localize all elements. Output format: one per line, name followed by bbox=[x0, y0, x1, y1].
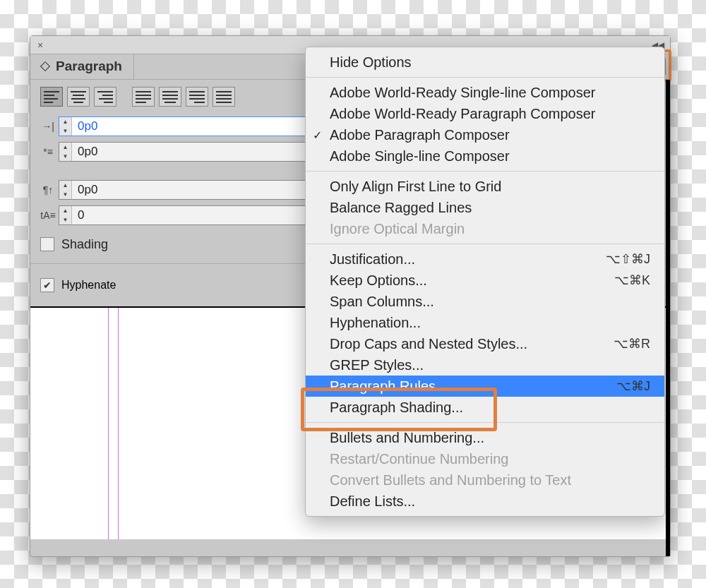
justify-all-button[interactable] bbox=[213, 87, 235, 107]
left-indent-stepper[interactable]: ▲▼ bbox=[59, 116, 344, 136]
menu-item[interactable]: Span Columns... bbox=[306, 291, 664, 312]
align-left-button[interactable] bbox=[40, 87, 63, 107]
justify-left-button[interactable] bbox=[132, 87, 155, 107]
menu-item-label: Span Columns... bbox=[330, 294, 434, 310]
menu-item: Ignore Optical Margin bbox=[306, 218, 664, 239]
menu-item-label: Define Lists... bbox=[330, 493, 415, 510]
space-before-stepper[interactable]: ▲▼ bbox=[59, 180, 344, 200]
menu-item-shortcut: ⌥⌘K bbox=[614, 272, 650, 288]
menu-item: Convert Bullets and Numbering to Text bbox=[306, 469, 664, 491]
menu-item-label: Paragraph Rules... bbox=[330, 378, 448, 395]
dropcap-lines-input[interactable] bbox=[72, 206, 343, 224]
dropcap-lines-stepper[interactable]: ▲▼ bbox=[59, 205, 344, 225]
menu-item-shortcut: ⌥⇧⌘J bbox=[606, 251, 650, 267]
menu-item[interactable]: Hide Options bbox=[306, 52, 664, 73]
tab-label: Paragraph bbox=[56, 59, 122, 74]
menu-item-label: Adobe Single-line Composer bbox=[330, 148, 510, 164]
hyphenate-checkbox[interactable]: ✔ bbox=[40, 278, 54, 292]
menu-item-label: Hide Options bbox=[330, 54, 412, 71]
hyphenate-label: Hyphenate bbox=[61, 279, 116, 292]
menu-item-label: Drop Caps and Nested Styles... bbox=[330, 336, 527, 352]
menu-item-label: Restart/Continue Numbering bbox=[330, 451, 508, 467]
menu-item[interactable]: Only Align First Line to Grid bbox=[306, 176, 664, 197]
menu-item-label: Adobe Paragraph Composer bbox=[330, 127, 510, 143]
justify-right-button[interactable] bbox=[186, 87, 208, 107]
menu-separator bbox=[306, 422, 664, 423]
menu-item-label: Paragraph Shading... bbox=[330, 400, 463, 416]
menu-item[interactable]: Adobe Single-line Composer bbox=[306, 145, 664, 167]
space-before-icon: ¶↑ bbox=[40, 182, 56, 198]
menu-separator bbox=[306, 77, 664, 78]
space-before-input[interactable] bbox=[72, 181, 343, 199]
menu-item-label: Ignore Optical Margin bbox=[330, 221, 465, 237]
menu-item-label: Keep Options... bbox=[330, 272, 427, 289]
menu-item-shortcut: ⌥⌘R bbox=[614, 336, 650, 352]
tab-paragraph[interactable]: Paragraph bbox=[30, 54, 134, 79]
menu-item-label: GREP Styles... bbox=[330, 357, 424, 373]
menu-item[interactable]: Keep Options...⌥⌘K bbox=[306, 270, 664, 291]
justify-center-button[interactable] bbox=[159, 87, 181, 107]
shading-checkbox[interactable] bbox=[40, 237, 54, 251]
menu-item[interactable]: Drop Caps and Nested Styles...⌥⌘R bbox=[306, 333, 664, 354]
menu-item-label: Bullets and Numbering... bbox=[330, 430, 484, 446]
check-icon: ✓ bbox=[313, 128, 322, 142]
dropcap-lines-icon: tA≡ bbox=[40, 208, 56, 223]
menu-item[interactable]: Paragraph Rules...⌥⌘J bbox=[306, 376, 664, 397]
menu-item-label: Adobe World-Ready Single-line Composer bbox=[330, 85, 595, 101]
left-indent-icon: →| bbox=[40, 119, 56, 134]
align-right-button[interactable] bbox=[94, 87, 116, 107]
menu-item-label: Hyphenation... bbox=[330, 315, 421, 331]
menu-item[interactable]: Bullets and Numbering... bbox=[306, 427, 664, 448]
window-right-edge bbox=[666, 80, 670, 556]
first-line-indent-stepper[interactable]: ▲▼ bbox=[59, 142, 344, 162]
menu-separator bbox=[306, 171, 664, 172]
menu-item-label: Convert Bullets and Numbering to Text bbox=[330, 472, 571, 488]
menu-item[interactable]: Hyphenation... bbox=[306, 312, 664, 333]
panel-badge-icon bbox=[40, 61, 50, 71]
menu-item[interactable]: Justification...⌥⇧⌘J bbox=[306, 248, 664, 270]
left-indent-input[interactable] bbox=[72, 117, 343, 136]
menu-item[interactable]: Balance Ragged Lines bbox=[306, 197, 664, 218]
menu-separator bbox=[306, 244, 664, 244]
menu-item[interactable]: Adobe World-Ready Paragraph Composer bbox=[306, 103, 664, 124]
menu-item[interactable]: Paragraph Shading... bbox=[306, 397, 664, 418]
menu-item-label: Justification... bbox=[330, 251, 415, 268]
menu-item-label: Balance Ragged Lines bbox=[330, 200, 472, 216]
menu-item: Restart/Continue Numbering bbox=[306, 448, 664, 469]
close-icon[interactable]: × bbox=[35, 40, 46, 51]
menu-item[interactable]: Define Lists... bbox=[306, 491, 664, 512]
guide-line bbox=[108, 308, 109, 539]
menu-item-label: Adobe World-Ready Paragraph Composer bbox=[330, 106, 596, 122]
menu-item-shortcut: ⌥⌘J bbox=[616, 378, 650, 394]
align-center-button[interactable] bbox=[67, 87, 90, 107]
guide-line bbox=[118, 308, 119, 539]
menu-item-label: Only Align First Line to Grid bbox=[330, 179, 501, 195]
menu-item[interactable]: Adobe World-Ready Single-line Composer bbox=[306, 82, 664, 103]
panel-flyout-menu: Hide OptionsAdobe World-Ready Single-lin… bbox=[305, 47, 665, 517]
first-line-indent-icon: *≡ bbox=[40, 144, 56, 160]
menu-item[interactable]: ✓Adobe Paragraph Composer bbox=[306, 124, 664, 145]
first-line-indent-input[interactable] bbox=[72, 143, 343, 161]
shading-label: Shading bbox=[61, 237, 108, 252]
menu-item[interactable]: GREP Styles... bbox=[306, 354, 664, 376]
